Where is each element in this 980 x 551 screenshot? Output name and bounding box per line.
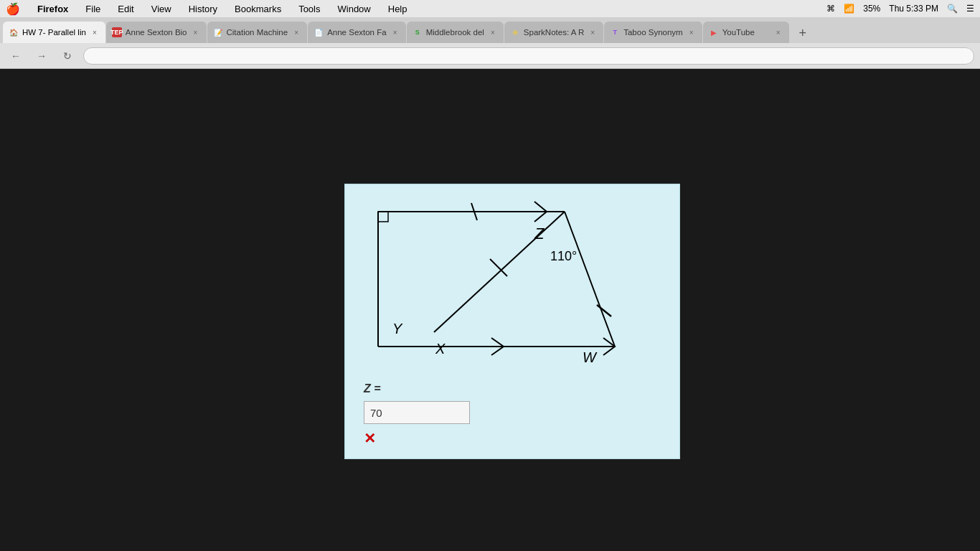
tab-close-hw7[interactable]: × (90, 27, 100, 37)
menubar-tools[interactable]: Tools (296, 4, 323, 14)
bluetooth-icon: ⌘ (826, 4, 835, 14)
tab-annesexton-fb[interactable]: 📄 Anne Sexton Fa × (308, 22, 405, 43)
label-x: X (435, 341, 446, 357)
search-icon[interactable]: 🔍 (947, 4, 958, 14)
tab-close-annesexton-fb[interactable]: × (390, 27, 400, 37)
menubar-history[interactable]: History (186, 4, 220, 14)
tab-label-youtube: YouTube (722, 28, 770, 37)
new-tab-button[interactable]: + (793, 23, 813, 43)
tab-favicon-annesexton-fb: 📄 (314, 27, 324, 37)
tab-label-annesexton: Anne Sexton Bio (126, 28, 187, 37)
tab-sparknotes[interactable]: ❋ SparkNotes: A R × (504, 22, 603, 43)
tab-middlebrook[interactable]: S Middlebrook del × (407, 22, 504, 43)
answer-section: Z = ✕ (357, 382, 668, 447)
tab-close-taboo[interactable]: × (687, 27, 697, 37)
tab-close-citation[interactable]: × (291, 27, 301, 37)
svg-line-8 (597, 305, 611, 316)
z-equation-label: Z = (364, 382, 661, 395)
tab-close-sparknotes[interactable]: × (588, 27, 598, 37)
tab-favicon-sparknotes: ❋ (510, 27, 520, 37)
menubar-firefox[interactable]: Firefox (34, 4, 71, 14)
tab-label-taboo: Taboo Synonym (623, 28, 682, 37)
menubar-view[interactable]: View (149, 4, 174, 14)
menubar-edit[interactable]: Edit (115, 4, 136, 14)
menu-icon[interactable]: ☰ (966, 4, 974, 14)
label-y: Y (392, 321, 403, 336)
menubar-help[interactable]: Help (385, 4, 410, 14)
problem-container: Z 110° Y X W Z = ✕ (344, 184, 680, 459)
forward-button[interactable]: → (32, 48, 52, 64)
menubar-status: ⌘ 📶 35% Thu 5:33 PM 🔍 ☰ (826, 4, 974, 14)
geometry-diagram: Z 110° Y X W (357, 196, 672, 368)
tab-favicon-taboo: T (610, 27, 620, 37)
tab-label-annesexton-fb: Anne Sexton Fa (327, 28, 386, 37)
address-bar[interactable] (83, 47, 974, 65)
clock: Thu 5:33 PM (889, 4, 938, 14)
label-w: W (583, 349, 598, 365)
tab-youtube[interactable]: ▶ YouTube × (703, 22, 789, 43)
back-button[interactable]: ← (6, 48, 26, 64)
wifi-icon: 📶 (844, 4, 854, 14)
refresh-button[interactable]: ↻ (57, 48, 77, 64)
tab-favicon-middlebrook: S (413, 27, 423, 37)
menubar-bookmarks[interactable]: Bookmarks (232, 4, 284, 14)
svg-rect-4 (378, 212, 388, 222)
svg-line-5 (434, 212, 565, 332)
svg-line-1 (565, 212, 615, 347)
tab-close-annesexton[interactable]: × (191, 27, 201, 37)
tab-label-citation: Citation Machine (227, 28, 288, 37)
tab-hw7[interactable]: 🏠 HW 7- Parallel lin × (3, 22, 105, 43)
tab-annesexton-bio[interactable]: TEP Anne Sexton Bio × (106, 22, 207, 43)
tab-close-youtube[interactable]: × (773, 27, 783, 37)
tab-favicon-youtube: ▶ (709, 27, 719, 37)
label-z: Z (534, 225, 545, 242)
tab-favicon-hw7: 🏠 (9, 27, 19, 37)
tab-favicon-citation: 📝 (213, 27, 223, 37)
battery-indicator: 35% (863, 4, 880, 14)
tab-citation[interactable]: 📝 Citation Machine × (207, 22, 308, 43)
tab-label-sparknotes: SparkNotes: A R (524, 28, 584, 37)
tab-favicon-annesexton: TEP (112, 27, 122, 37)
tabbar: 🏠 HW 7- Parallel lin × TEP Anne Sexton B… (0, 17, 980, 43)
tab-close-middlebrook[interactable]: × (488, 27, 498, 37)
browser-toolbar: ← → ↻ (0, 43, 980, 69)
wrong-indicator: ✕ (364, 430, 661, 447)
z-answer-input[interactable] (364, 401, 470, 424)
tab-taboo[interactable]: T Taboo Synonym × (604, 22, 702, 43)
label-angle: 110° (550, 249, 577, 263)
main-content: Z 110° Y X W Z = ✕ (0, 69, 980, 551)
menubar: 🍎 Firefox File Edit View History Bookmar… (0, 0, 980, 17)
tab-label-middlebrook: Middlebrook del (426, 28, 484, 37)
apple-menu[interactable]: 🍎 (6, 2, 20, 16)
tab-label-hw7: HW 7- Parallel lin (22, 28, 86, 37)
menubar-file[interactable]: File (83, 4, 103, 14)
menubar-window[interactable]: Window (335, 4, 374, 14)
